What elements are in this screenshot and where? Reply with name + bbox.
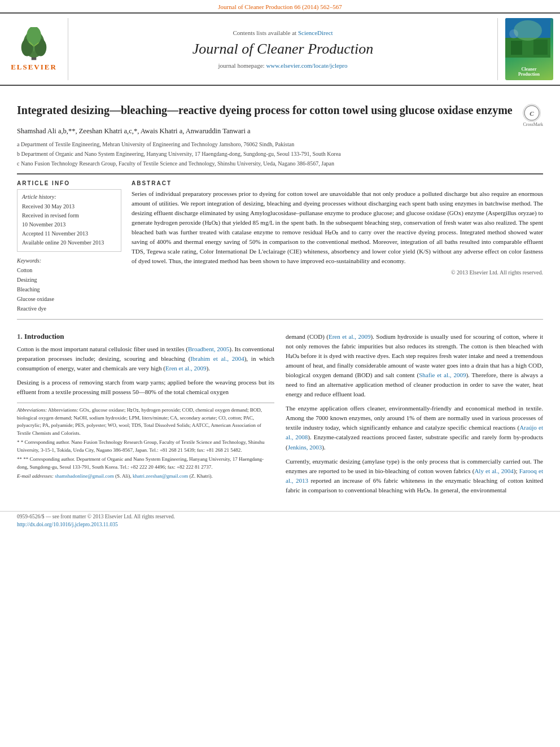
crossmark-badge[interactable]: C CrossMark <box>523 104 543 127</box>
sciencedirect-link[interactable]: Contents lists available at ScienceDirec… <box>233 29 333 36</box>
revised-date: 10 November 2013 <box>22 220 116 229</box>
article-dates: Received 30 May 2013 Received in revised… <box>22 202 116 247</box>
intro-para-5: Currently, enzymatic desizing (amylase t… <box>286 457 543 495</box>
revised-label: Received in revised form <box>22 211 116 220</box>
email2-link[interactable]: khatri.zeeshan@gmail.com <box>133 473 188 479</box>
email1-link[interactable]: shamshadonline@gmail.com <box>55 473 114 479</box>
article-title-section: Integrated desizing—bleaching—reactive d… <box>0 86 560 174</box>
journal-reference: Journal of Cleaner Production 66 (2014) … <box>0 0 560 12</box>
doi-link[interactable]: http://dx.doi.org/10.1016/j.jclepro.2013… <box>17 522 543 527</box>
jenkins-link[interactable]: Jenkins, 2003 <box>288 444 322 451</box>
keyword-desizing: Desizing <box>17 275 121 285</box>
journal-title-display: Journal of Cleaner Production <box>193 41 373 58</box>
abbreviations-label: Abbreviations: <box>17 407 47 413</box>
cover-landscape-icon <box>505 18 550 58</box>
history-label: Article history: <box>22 194 116 200</box>
info-abstract-section: ARTICLE INFO Article history: Received 3… <box>0 180 560 313</box>
corresponding-author-1: * * Corresponding author. Nano Fusion Te… <box>17 439 274 454</box>
keywords-block: Keywords: Cotton Desizing Bleaching Gluc… <box>17 257 121 313</box>
cover-text-line1: Cleaner <box>521 67 536 72</box>
aly-link[interactable]: Aly et al., 2004 <box>474 468 513 474</box>
corresponding2-text: ** Corresponding author. Department of O… <box>17 456 264 470</box>
issn-text: 0959-6526/$ — see front matter © 2013 El… <box>17 514 543 519</box>
authors-text: Shamshad Ali a,b,**, Zeeshan Khatri a,c,… <box>17 127 251 135</box>
svg-point-13 <box>509 29 518 38</box>
journal-header: ELSEVIER Contents lists available at Sci… <box>0 12 560 86</box>
sciencedirect-anchor[interactable]: ScienceDirect <box>298 29 333 36</box>
affiliation-a: a Department of Textile Engineering, Meh… <box>17 140 543 148</box>
affiliation-c: c Nano Fusion Technology Research Group,… <box>17 159 543 168</box>
authors-line: Shamshad Ali a,b,**, Zeeshan Khatri a,c,… <box>17 127 543 136</box>
keyword-cotton: Cotton <box>17 265 121 275</box>
email-footnote: E-mail addresses: shamshadonline@gmail.c… <box>17 473 274 480</box>
araujo-link[interactable]: Araújo et al., 2008 <box>286 424 543 440</box>
journal-cover-box: Cleaner Production <box>505 18 553 80</box>
body-left-col: 1. Introduction Cotton is the most impor… <box>17 332 274 500</box>
homepage-label: journal homepage: <box>218 62 265 69</box>
email2-name: Z. Khatri <box>191 473 209 479</box>
copyright-line: © 2013 Elsevier Ltd. All rights reserved… <box>132 269 543 276</box>
divider-thin-1 <box>17 319 543 320</box>
intro-para-4: The enzyme application offers cleaner, e… <box>286 404 543 452</box>
abstract-column: ABSTRACT Series of individual preparator… <box>132 180 543 313</box>
svg-rect-12 <box>533 40 548 55</box>
intro-para-2: Desizing is a process of removing starch… <box>17 378 274 397</box>
abbreviations-footnote: Abbreviations: Abbreviations: GOx, gluco… <box>17 407 274 437</box>
email-label: E-mail addresses: <box>17 473 54 479</box>
section-number: 1. <box>17 332 23 340</box>
elsevier-tree-icon <box>17 27 51 61</box>
svg-rect-11 <box>511 41 522 55</box>
crossmark-label: CrossMark <box>523 122 543 127</box>
bottom-bar: 0959-6526/$ — see front matter © 2013 El… <box>0 511 560 530</box>
elsevier-brand-text: ELSEVIER <box>11 63 57 72</box>
intro-para-1: Cotton is the most important natural cel… <box>17 344 274 373</box>
svg-point-10 <box>514 20 542 41</box>
available-date: Available online 20 November 2013 <box>22 238 116 247</box>
ibrahim-link[interactable]: Ibrahim et al., 2004 <box>190 355 244 362</box>
body-section: 1. Introduction Cotton is the most impor… <box>0 325 560 506</box>
body-right-col: demand (COD) (Eren et al., 2009). Sodium… <box>286 332 543 500</box>
keywords-label: Keywords: <box>17 257 121 264</box>
affiliations-block: a Department of Textile Engineering, Meh… <box>17 140 543 168</box>
journal-homepage-line: journal homepage: www.elsevier.com/locat… <box>218 62 348 69</box>
eren-link-1[interactable]: Eren et al., 2009 <box>165 365 206 372</box>
article-info-heading: ARTICLE INFO <box>17 180 121 186</box>
journal-header-center: Contents lists available at ScienceDirec… <box>68 18 498 80</box>
keyword-reactive-dye: Reactive dye <box>17 304 121 313</box>
affiliation-b: b Department of Organic and Nano System … <box>17 150 543 158</box>
abbreviations-text: Abbreviations: GOx, glucose oxidase; H₂O… <box>17 407 262 436</box>
journal-cover-image: Cleaner Production <box>504 18 554 80</box>
section-title: Introduction <box>24 332 64 340</box>
intro-heading: 1. Introduction <box>17 332 274 341</box>
divider-thick <box>17 173 543 174</box>
intro-para-3: demand (COD) (Eren et al., 2009). Sodium… <box>286 332 543 399</box>
body-two-col: 1. Introduction Cotton is the most impor… <box>17 332 543 500</box>
corresponding-author-2: ** ** Corresponding author. Department o… <box>17 456 274 471</box>
broadbent-link[interactable]: Broadbent, 2005 <box>188 346 229 352</box>
article-title: Integrated desizing—bleaching—reactive d… <box>17 103 517 117</box>
cover-text-line2: Production <box>518 72 540 77</box>
article-history-block: Article history: Received 30 May 2013 Re… <box>17 189 121 252</box>
email1-name: S. Ali <box>117 473 129 479</box>
abstract-heading: ABSTRACT <box>132 180 543 186</box>
cover-text-overlay: Cleaner Production <box>518 67 540 77</box>
eren-link-2[interactable]: Eren et al., 2009 <box>329 333 371 340</box>
homepage-url[interactable]: www.elsevier.com/locate/jclepro <box>266 62 347 69</box>
keyword-glucose-oxidase: Glucose oxidase <box>17 294 121 304</box>
received-date: Received 30 May 2013 <box>22 202 116 211</box>
svg-text:C: C <box>530 110 535 117</box>
footnotes-block: Abbreviations: Abbreviations: GOx, gluco… <box>17 403 274 480</box>
sciencedirect-prefix: Contents lists available at <box>233 29 296 36</box>
shafie-link[interactable]: Shafie et al., 2009 <box>419 372 466 378</box>
journal-ref-text: Journal of Cleaner Production 66 (2014) … <box>218 3 342 10</box>
article-info-column: ARTICLE INFO Article history: Received 3… <box>17 180 121 313</box>
crossmark-svg: C <box>524 105 540 121</box>
elsevier-logo: ELSEVIER <box>6 18 62 80</box>
corresponding1-text: * Corresponding author. Nano Fusion Tech… <box>17 439 264 453</box>
accepted-date: Accepted 11 November 2013 <box>22 229 116 238</box>
abstract-text: Series of individual preparatory process… <box>132 189 543 266</box>
crossmark-icon: C <box>523 104 541 122</box>
keyword-bleaching: Bleaching <box>17 285 121 294</box>
